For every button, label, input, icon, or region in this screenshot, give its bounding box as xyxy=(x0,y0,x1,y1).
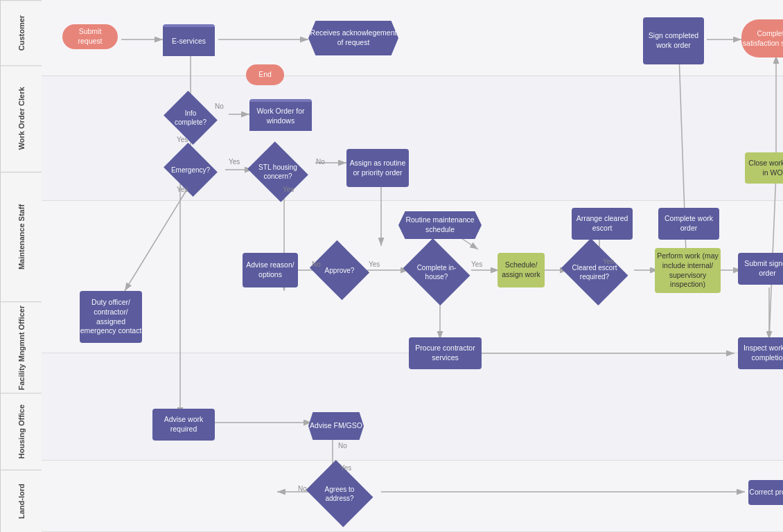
lane-customer-label: Customer xyxy=(0,0,42,65)
agrees-address-node: Agrees to address? xyxy=(312,471,367,516)
no-label-fm: No xyxy=(338,442,347,450)
end-node: End xyxy=(246,64,284,85)
lane-maintenance-label: Maintenance Staff xyxy=(0,172,42,301)
info-complete-node: Info complete? xyxy=(168,99,213,136)
complete-inhouse-node: Complete in-house? xyxy=(409,249,464,294)
correct-problem-node: Correct problem xyxy=(748,480,783,505)
no-label-agrees: No xyxy=(298,485,307,493)
duty-officer-node: Duty officer/ contractor/ assigned emerg… xyxy=(80,291,142,343)
cleared-escort-node: Cleared escort required? xyxy=(567,249,622,294)
main-container: Customer Work Order Clerk Maintenance St… xyxy=(0,0,783,532)
no-label-approve: No xyxy=(312,260,321,268)
submit-request-node: Submit request xyxy=(62,24,118,49)
yes-label-emergency: Yes xyxy=(229,158,240,166)
close-wow-node: Close work order in WOW xyxy=(745,152,783,184)
yes-label-approve: Yes xyxy=(369,260,380,268)
e-services-node: E-services xyxy=(163,24,215,56)
approve-node: Approve? xyxy=(315,249,364,291)
advise-work-node: Advise work required xyxy=(152,409,215,441)
lane-bg-facility xyxy=(42,353,783,461)
yes-label-agrees: Yes xyxy=(340,464,351,472)
routine-maintenance-node: Routine maintenance schedule xyxy=(398,211,482,239)
yes-label-inhouse: Yes xyxy=(471,260,482,268)
inspect-work-node: Inspect work for completion xyxy=(738,337,783,369)
yes-label-emergency2: Yes xyxy=(177,186,188,193)
schedule-work-node: Schedule/ assign work xyxy=(498,253,545,287)
diagram-area: Submit request E-services Receives ackno… xyxy=(42,0,783,532)
yes-label-info: Yes xyxy=(177,136,188,143)
lane-landlord-label: Land-lord xyxy=(0,470,42,532)
perform-work-node: Perform work (may include internal/ supe… xyxy=(655,248,721,293)
arrange-escort-node: Arrange cleared escort xyxy=(572,208,633,240)
lane-housing-label: Housing Office xyxy=(0,393,42,470)
complete-survey-node: Complete satisfaction survey xyxy=(741,19,783,57)
lane-woc-label: Work Order Clerk xyxy=(0,65,42,171)
yes-label-stl: Yes xyxy=(283,186,294,193)
submit-signed-node: Submit signed order xyxy=(738,253,783,285)
stl-housing-node: STL housing concern? xyxy=(253,151,303,193)
no-label-info: No xyxy=(215,103,224,110)
lane-bg-housing xyxy=(42,461,783,532)
lane-facility-label: Facility Mngmnt Officer xyxy=(0,301,42,393)
complete-work-order-node: Complete work order xyxy=(658,208,719,240)
work-order-windows-node: Work Order for windows xyxy=(249,99,312,131)
swim-lanes: Customer Work Order Clerk Maintenance St… xyxy=(0,0,42,532)
no-label-stl: No xyxy=(316,158,325,166)
sign-completed-node: Sign completed work order xyxy=(643,17,704,64)
assign-routine-node: Assign as routine or priority order xyxy=(346,149,409,187)
lane-bg-woc xyxy=(42,76,783,201)
advise-reason-node: Advise reason/ options xyxy=(243,253,298,287)
advise-fm-node: Advise FM/GSO xyxy=(308,412,364,440)
emergency-node: Emergency? xyxy=(168,151,213,188)
procure-contractor-node: Procure contractor services xyxy=(409,337,482,369)
receives-ack-node: Receives acknowlegement of request xyxy=(308,21,398,55)
